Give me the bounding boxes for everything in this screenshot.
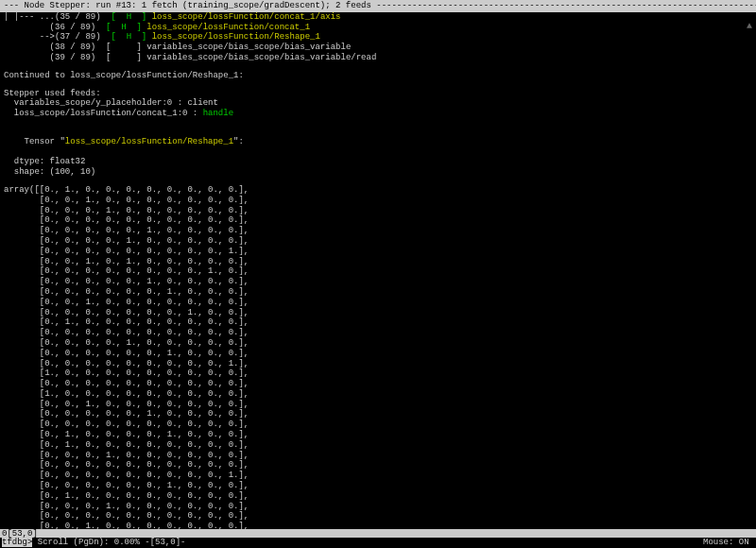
array-row: [0., 0., 0., 0., 0., 1., 0., 0., 0., 0.]… <box>4 226 752 236</box>
array-row: array([[0., 1., 0., 0., 0., 0., 0., 0., … <box>4 185 752 196</box>
array-row: [0., 0., 0., 0., 0., 0., 0., 0., 0., 0.]… <box>4 328 752 338</box>
array-row: [0., 0., 1., 0., 0., 0., 0., 0., 0., 0.]… <box>4 400 752 410</box>
array-row: [0., 0., 0., 0., 0., 0., 0., 1., 0., 0.]… <box>4 308 752 318</box>
array-row: [0., 0., 1., 0., 0., 0., 0., 0., 0., 0.]… <box>4 196 752 206</box>
title-bar: --- Node Stepper: run #13: 1 fetch (trai… <box>0 0 756 12</box>
array-row: [0., 0., 0., 0., 0., 0., 0., 0., 1., 0.]… <box>4 266 752 277</box>
array-row: [0., 0., 0., 0., 0., 0., 0., 0., 0., 0.]… <box>4 511 752 522</box>
array-row: [0., 0., 0., 0., 0., 0., 0., 0., 0., 0.]… <box>4 460 752 471</box>
array-row: [0., 0., 0., 0., 0., 0., 1., 0., 0., 0.]… <box>4 349 752 359</box>
array-row: [0., 0., 1., 0., 1., 0., 0., 0., 0., 0.]… <box>4 257 752 267</box>
array-row: [0., 0., 0., 0., 0., 0., 1., 0., 0., 0.]… <box>4 287 752 298</box>
terminal-content: | |--- ...(35 / 89) [ H ] loss_scope/los… <box>0 12 756 548</box>
tensor-header: Tensor "loss_scope/lossFunction/Reshape_… <box>4 127 752 157</box>
array-row: [0., 0., 0., 1., 0., 0., 0., 0., 0., 0.]… <box>4 451 752 461</box>
array-row: [0., 1., 0., 0., 0., 0., 1., 0., 0., 0.]… <box>4 430 752 440</box>
scroll-indicator-icon: ▲ <box>747 21 752 32</box>
feed-line: loss_scope/lossFunction/concat_1:0 : han… <box>4 109 752 119</box>
array-row: [0., 0., 0., 0., 0., 0., 0., 0., 0., 0.]… <box>4 215 752 226</box>
shape-line: shape: (100, 10) <box>4 167 752 178</box>
array-row: [0., 0., 0., 0., 0., 0., 0., 0., 0., 0.]… <box>4 379 752 389</box>
array-row: [0., 0., 0., 0., 0., 0., 0., 0., 0., 1.]… <box>4 247 752 257</box>
array-row: [0., 1., 0., 0., 0., 0., 0., 0., 0., 0.]… <box>4 491 752 502</box>
array-row: [0., 1., 0., 0., 0., 0., 0., 0., 0., 0.]… <box>4 440 752 451</box>
node-line: (38 / 89) [ ] variables_scope/bias_scope… <box>4 43 752 53</box>
array-row: [0., 0., 0., 0., 1., 0., 0., 0., 0., 0.]… <box>4 236 752 247</box>
array-row: [0., 0., 0., 0., 0., 0., 1., 0., 0., 0.]… <box>4 481 752 491</box>
array-row: [0., 0., 0., 0., 0., 1., 0., 0., 0., 0.]… <box>4 277 752 287</box>
array-row: [0., 0., 0., 1., 0., 0., 0., 0., 0., 0.]… <box>4 502 752 512</box>
array-row: [0., 1., 0., 0., 0., 0., 0., 0., 0., 0.]… <box>4 317 752 328</box>
array-row: [0., 0., 0., 0., 0., 0., 0., 0., 0., 0.]… <box>4 420 752 430</box>
array-row: [0., 0., 1., 0., 0., 0., 0., 0., 0., 0.]… <box>4 298 752 308</box>
array-row: [0., 0., 0., 0., 0., 0., 0., 0., 0., 1.]… <box>4 471 752 481</box>
tensor-name: loss_scope/lossFunction/Reshape_1 <box>65 137 233 146</box>
array-row: [0., 0., 0., 1., 0., 0., 0., 0., 0., 0.]… <box>4 206 752 216</box>
array-row: [0., 0., 0., 0., 0., 0., 0., 0., 0., 1.]… <box>4 359 752 369</box>
prompt-label: tfdbg> <box>2 538 32 547</box>
scroll-info: Scroll (PgDn): 0.00% -[53,0]- <box>32 538 185 547</box>
array-row: [1., 0., 0., 0., 0., 0., 0., 0., 0., 0.]… <box>4 368 752 379</box>
status-bar-2[interactable]: tfdbg> Scroll (PgDn): 0.00% -[53,0]- Mou… <box>0 538 756 548</box>
continued-line: Continued to loss_scope/lossFunction/Res… <box>4 71 752 81</box>
node-line: -->(37 / 89) [ H ] loss_scope/lossFuncti… <box>4 32 752 43</box>
mouse-status: Mouse: ON <box>703 538 754 548</box>
node-line: (36 / 89) [ H ] loss_scope/lossFunction/… <box>4 23 752 33</box>
feeds-header: Stepper used feeds: <box>4 89 752 99</box>
feed-line: variables_scope/y_placeholder:0 : client <box>4 98 752 109</box>
array-row: [1., 0., 0., 0., 0., 0., 0., 0., 0., 0.]… <box>4 389 752 400</box>
node-line: | |--- ...(35 / 89) [ H ] loss_scope/los… <box>4 12 752 23</box>
node-line: (39 / 89) [ ] variables_scope/bias_scope… <box>4 53 752 63</box>
array-row: [0., 0., 0., 0., 0., 1., 0., 0., 0., 0.]… <box>4 409 752 420</box>
dtype-line: dtype: float32 <box>4 157 752 167</box>
array-row: [0., 0., 0., 0., 1., 0., 0., 0., 0., 0.]… <box>4 338 752 349</box>
